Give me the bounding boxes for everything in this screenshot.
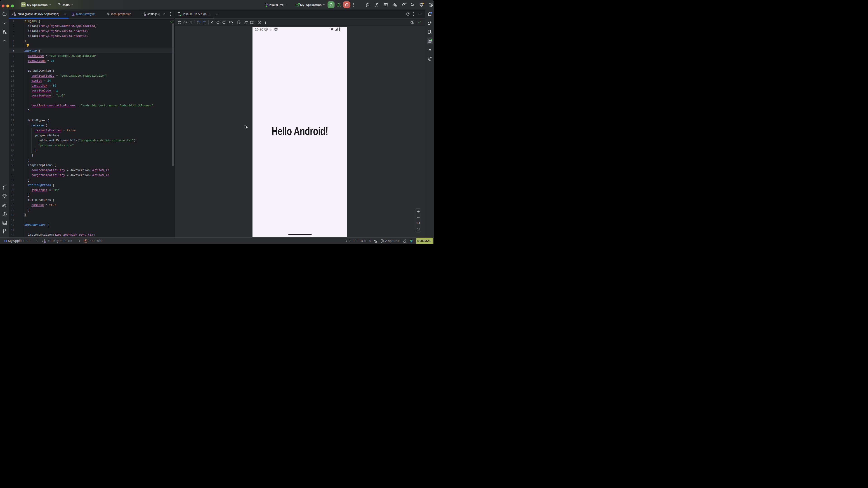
svg-text:A: A — [275, 28, 277, 31]
